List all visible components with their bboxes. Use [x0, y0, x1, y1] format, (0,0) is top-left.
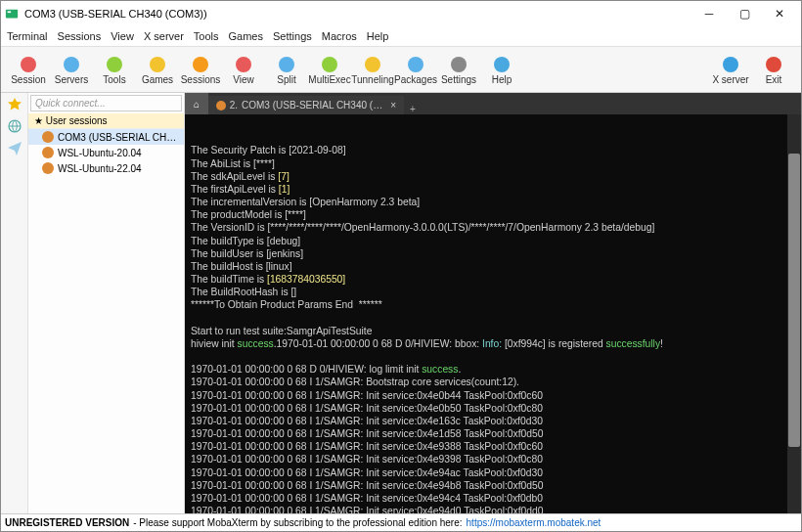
svg-point-14 [723, 57, 738, 72]
tool-exit[interactable]: Exit [752, 55, 795, 85]
serial-icon [216, 101, 226, 111]
tool-view[interactable]: View [222, 55, 265, 85]
sessions-heading[interactable]: ★ User sessions [28, 113, 184, 129]
menu-tools[interactable]: Tools [194, 30, 219, 42]
status-bar: UNREGISTERED VERSION - Please support Mo… [1, 513, 801, 531]
svg-point-10 [365, 57, 380, 72]
svg-point-3 [64, 57, 79, 72]
tool-games[interactable]: Games [136, 55, 179, 85]
svg-rect-1 [8, 11, 12, 13]
menu-games[interactable]: Games [229, 30, 263, 42]
title-bar: COM3 (USB-SERIAL CH340 (COM3)) ─ ▢ ✕ [1, 1, 801, 26]
session-item[interactable]: WSL-Ubuntu-20.04 [28, 145, 184, 160]
svg-point-5 [150, 57, 165, 72]
menu-settings[interactable]: Settings [273, 30, 312, 42]
svg-point-9 [322, 57, 337, 72]
session-icon [42, 147, 54, 158]
tool-servers[interactable]: Servers [50, 55, 93, 85]
menu-x-server[interactable]: X server [144, 30, 184, 42]
menu-help[interactable]: Help [367, 30, 389, 42]
app-icon [5, 7, 19, 21]
svg-point-11 [408, 57, 423, 72]
tool-multiexec[interactable]: MultiExec [308, 55, 351, 85]
terminal-scrollbar[interactable] [787, 114, 801, 513]
svg-point-13 [494, 57, 510, 72]
menu-view[interactable]: View [111, 30, 134, 42]
status-message: - Please support MobaXterm by subscribin… [133, 517, 462, 528]
left-rail [1, 93, 28, 513]
minimize-button[interactable]: ─ [691, 1, 727, 26]
new-tab-button[interactable]: + [404, 104, 422, 114]
session-item[interactable]: WSL-Ubuntu-22.04 [28, 160, 184, 176]
svg-point-12 [451, 57, 467, 72]
close-button[interactable]: ✕ [762, 1, 797, 26]
svg-point-15 [766, 57, 781, 72]
tool-help[interactable]: Help [480, 55, 523, 85]
support-link[interactable]: https://mobaxterm.mobatek.net [467, 517, 602, 528]
globe-icon[interactable] [7, 118, 22, 134]
menu-macros[interactable]: Macros [322, 30, 357, 42]
session-icon [42, 162, 54, 174]
session-icon [42, 131, 54, 143]
tool-x-server[interactable]: X server [709, 55, 752, 85]
svg-point-7 [236, 57, 251, 72]
home-tab[interactable]: ⌂ [185, 93, 208, 114]
star-icon: ★ [34, 115, 46, 126]
menu-terminal[interactable]: Terminal [7, 30, 48, 42]
terminal-tab[interactable]: 2. COM3 (USB-SERIAL CH340 (CO × [208, 96, 404, 114]
svg-point-8 [279, 57, 294, 72]
tool-session[interactable]: Session [7, 55, 50, 85]
terminal-output[interactable]: The Security Patch is [2021-09-08] The A… [185, 114, 801, 513]
tab-bar: ⌂ 2. COM3 (USB-SERIAL CH340 (CO × + [185, 93, 801, 114]
menu-sessions[interactable]: Sessions [58, 30, 102, 42]
toolbar: SessionServersToolsGamesSessionsViewSpli… [1, 46, 801, 93]
tool-tools[interactable]: Tools [93, 55, 136, 85]
scrollbar-thumb[interactable] [788, 154, 800, 447]
window-title: COM3 (USB-SERIAL CH340 (COM3)) [24, 8, 691, 20]
svg-point-2 [21, 57, 36, 72]
paperplane-icon[interactable] [7, 140, 22, 155]
quick-connect-input[interactable]: Quick connect... [30, 95, 182, 111]
menu-bar: TerminalSessionsViewX serverToolsGamesSe… [1, 26, 801, 46]
svg-point-4 [107, 57, 122, 72]
tool-tunneling[interactable]: Tunneling [351, 55, 394, 85]
svg-point-6 [193, 57, 208, 72]
close-tab-icon[interactable]: × [390, 100, 396, 111]
maximize-button[interactable]: ▢ [727, 1, 762, 26]
sidebar: Quick connect... ★ User sessions COM3 (U… [28, 93, 185, 513]
tool-split[interactable]: Split [265, 55, 308, 85]
tool-sessions[interactable]: Sessions [179, 55, 222, 85]
terminal-text: The Security Patch is [2021-09-08] The A… [191, 144, 795, 513]
tool-settings[interactable]: Settings [437, 55, 480, 85]
tool-packages[interactable]: Packages [394, 55, 437, 85]
unregistered-label: UNREGISTERED VERSION [5, 517, 129, 528]
star-icon[interactable] [7, 97, 22, 112]
session-item[interactable]: COM3 (USB-SERIAL CH340 (COM3)) [28, 129, 184, 145]
svg-rect-0 [6, 10, 18, 19]
